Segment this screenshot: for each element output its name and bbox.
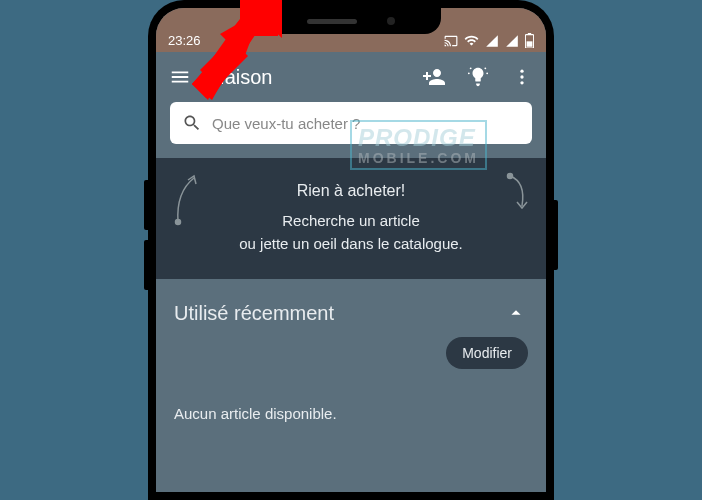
search-box[interactable] bbox=[170, 102, 532, 144]
menu-button[interactable] bbox=[168, 65, 192, 89]
chevron-up-icon bbox=[505, 302, 527, 324]
recent-section: Utilisé récemment Modifier Aucun article… bbox=[156, 279, 546, 444]
hamburger-icon bbox=[169, 66, 191, 88]
svg-point-11 bbox=[508, 174, 513, 179]
phone-notch bbox=[261, 8, 441, 34]
svg-point-7 bbox=[520, 70, 523, 73]
empty-title: Rien à acheter! bbox=[176, 182, 526, 200]
modify-button[interactable]: Modifier bbox=[446, 337, 528, 369]
more-vert-icon bbox=[512, 67, 532, 87]
empty-subtitle: Recherche un article ou jette un oeil da… bbox=[176, 210, 526, 255]
curve-arrow-up-icon bbox=[172, 172, 202, 228]
svg-point-9 bbox=[520, 81, 523, 84]
svg-point-3 bbox=[468, 72, 470, 74]
wifi-icon bbox=[464, 33, 479, 48]
search-input[interactable] bbox=[212, 115, 520, 132]
status-icons bbox=[444, 33, 534, 48]
phone-frame: 23:26 Maison bbox=[148, 0, 554, 500]
status-time: 23:26 bbox=[168, 33, 201, 48]
signal-icon bbox=[485, 34, 499, 48]
phone-screen: 23:26 Maison bbox=[156, 8, 546, 492]
cast-icon bbox=[444, 34, 458, 48]
app-bar: Maison bbox=[156, 52, 546, 102]
svg-point-8 bbox=[520, 75, 523, 78]
svg-point-5 bbox=[470, 67, 472, 69]
svg-point-4 bbox=[486, 72, 488, 74]
svg-rect-2 bbox=[527, 41, 533, 46]
search-icon bbox=[182, 113, 202, 133]
battery-icon bbox=[525, 33, 534, 48]
add-person-button[interactable] bbox=[422, 65, 446, 89]
svg-point-6 bbox=[484, 67, 486, 69]
collapse-button[interactable] bbox=[504, 301, 528, 325]
lightbulb-icon bbox=[467, 66, 489, 88]
no-article-text: Aucun article disponible. bbox=[174, 405, 528, 422]
page-title: Maison bbox=[208, 66, 406, 89]
more-button[interactable] bbox=[510, 65, 534, 89]
person-add-icon bbox=[422, 65, 446, 89]
curve-arrow-down-icon bbox=[504, 172, 530, 212]
svg-point-10 bbox=[176, 220, 181, 225]
tips-button[interactable] bbox=[466, 65, 490, 89]
svg-rect-1 bbox=[528, 33, 531, 35]
recent-title: Utilisé récemment bbox=[174, 302, 334, 325]
signal-icon-2 bbox=[505, 34, 519, 48]
empty-state: Rien à acheter! Recherche un article ou … bbox=[156, 158, 546, 279]
status-bar: 23:26 bbox=[156, 8, 546, 52]
